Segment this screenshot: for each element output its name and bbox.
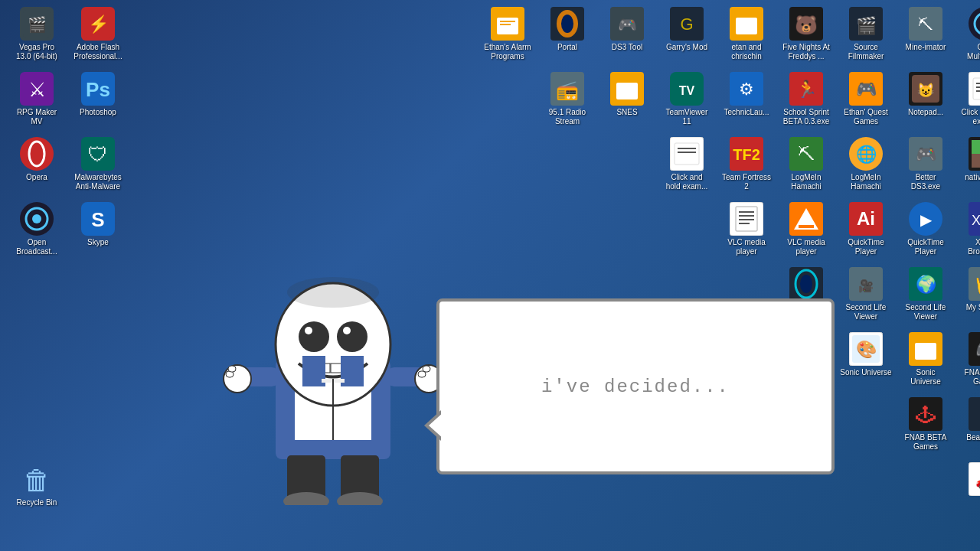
vlc-label: VLC mediaplayer [787, 238, 825, 256]
svg-rect-64 [678, 152, 696, 153]
icon-adobe-creative[interactable]: Ai QuickTime Player [837, 199, 895, 259]
icon-ethan-alarm[interactable]: Ethan's Alarm Programs [479, 4, 537, 64]
icon-second-life[interactable]: 🌍 Second LifeViewer [897, 264, 955, 324]
fnab-label: FNAB BETAGames [905, 433, 947, 452]
native-log-icon [730, 202, 763, 236]
icon-portal[interactable]: Portal [538, 4, 596, 55]
icon-obs[interactable]: Open Broadcast... [8, 199, 66, 259]
svg-rect-87 [799, 225, 814, 228]
running-icon: 🏃 [969, 397, 980, 431]
five-nights-label: Notepad... [908, 108, 943, 117]
svg-text:⚔: ⚔ [28, 78, 46, 101]
icon-snes[interactable]: SNES [598, 69, 656, 120]
svg-text:🎮: 🎮 [618, 15, 637, 34]
icon-skype[interactable]: S Skype [69, 199, 127, 250]
mine-imator-label: Mine-imator [906, 43, 946, 52]
icon-source-filmmaker[interactable]: 🎬 Source Filmmaker [837, 4, 895, 64]
game-icon: 🎮 [969, 332, 980, 366]
svg-text:S: S [91, 208, 104, 231]
minecraft-icon [969, 137, 980, 171]
icon-adobe-flash[interactable]: ⚡ Adobe Flash Professional... [69, 4, 127, 64]
icon-opera[interactable]: Opera [8, 134, 66, 185]
photoshop-icon: Ps [81, 72, 115, 106]
svg-rect-63 [678, 148, 696, 149]
better-ds3-icon: 🎮 [909, 137, 942, 171]
adobe-flash-icon: ⚡ [81, 7, 115, 41]
notepad-icon [969, 72, 980, 106]
icon-obs-multiplex[interactable]: OBS Multiplex... [956, 4, 980, 64]
school-sprint-label: School SprintBETA 0.3.exe [783, 108, 829, 126]
obs-label: Open Broadcast... [11, 238, 63, 256]
photoshop-label: Photoshop [80, 108, 116, 117]
svg-text:Ps: Ps [86, 78, 110, 101]
svg-text:🌐: 🌐 [856, 144, 877, 165]
icon-photoshop[interactable]: Ps Photoshop [69, 69, 127, 120]
recycle-bin-icon: 🗑 [20, 462, 54, 496]
icon-school-sprint[interactable]: 🏃 School SprintBETA 0.3.exe [777, 69, 835, 129]
svg-point-143 [287, 277, 379, 308]
technic-launcher-icon: ⚙ [730, 72, 763, 106]
icon-fnaf[interactable]: 🐻 Five Nights At Freddys ... [777, 4, 835, 64]
svg-text:G: G [680, 15, 693, 34]
icon-fnab[interactable]: 🕹 FNAB BETAGames [897, 394, 955, 455]
my-server-label: My Serve... [966, 303, 980, 312]
svg-point-119 [299, 321, 329, 352]
rpg-maker-label: RPG Maker MV [11, 108, 63, 126]
icon-recycle-bin[interactable]: 🗑 Recycle Bin [8, 459, 66, 510]
svg-point-120 [337, 321, 368, 352]
icon-minecraft[interactable]: nativelog.txt [956, 134, 980, 185]
vlc-icon [789, 202, 823, 236]
icon-quicktime[interactable]: ▶ QuickTimePlayer [897, 199, 955, 259]
opera-icon [20, 137, 54, 171]
icon-etan-chrischin[interactable]: etan and chrischin [717, 4, 776, 64]
running-label: BeamNG... [966, 433, 980, 442]
svg-text:🖐: 🖐 [972, 272, 981, 297]
icon-technic-launcher[interactable]: ⚙ TechnicLau... [717, 69, 776, 120]
sonic-universe-label: SonicUniverse [910, 368, 940, 386]
icon-teamviewer[interactable]: TV TeamViewer11 [658, 69, 716, 129]
icon-ds3-tool[interactable]: 🎮 DS3 Tool [598, 4, 656, 55]
svg-rect-44 [616, 83, 638, 99]
ds3-tool-icon: 🎮 [610, 7, 644, 41]
svg-text:XSP: XSP [972, 213, 980, 228]
icon-mine-imator[interactable]: ⛏ Mine-imator [897, 4, 955, 55]
svg-rect-125 [331, 364, 342, 373]
icon-logmein-hamachi[interactable]: 🌐 LogMeInHamachi [837, 134, 895, 194]
svg-text:⛏: ⛏ [918, 16, 933, 33]
mine-imator-icon: ⛏ [909, 7, 942, 41]
school-sprint-icon: 🏃 [789, 72, 823, 106]
svg-text:Ai: Ai [857, 208, 875, 229]
icon-radio-stream[interactable]: 📻 95.1 RadioStream [538, 69, 596, 129]
icon-rpg-maker[interactable]: ⚔ RPG Maker MV [8, 69, 66, 129]
xsplit-label: XSplitBroadca... [968, 238, 980, 256]
skype-icon: S [81, 202, 115, 236]
icon-notepad[interactable]: Click and hold exam... [956, 69, 980, 129]
icon-native-log[interactable]: VLC media player [717, 199, 776, 259]
icon-beamnng[interactable]: 🚗 [956, 459, 980, 501]
svg-text:📻: 📻 [556, 79, 579, 101]
vegas-pro-label: Vegas Pro 13.0 (64-bit) [11, 43, 63, 61]
svg-rect-58 [976, 83, 980, 84]
icon-running[interactable]: 🏃 BeamNG... [956, 394, 980, 445]
svg-text:🎮: 🎮 [916, 144, 937, 165]
icon-garrys-mod[interactable]: G Garry's Mod [658, 4, 716, 55]
svg-rect-57 [973, 78, 980, 99]
svg-text:TV: TV [679, 84, 695, 97]
icon-team-fortress-2[interactable]: TF2 Team Fortress2 [717, 134, 776, 194]
icon-malwarebytes[interactable]: 🛡 Malwarebytes Anti-Malware [69, 134, 127, 194]
icon-mcreator[interactable]: ⛏ LogMeIn Hamachi [777, 134, 835, 194]
svg-rect-107 [915, 343, 936, 360]
icon-vegas-pro[interactable]: 🎬 Vegas Pro 13.0 (64-bit) [8, 4, 66, 64]
icon-vlc[interactable]: VLC mediaplayer [777, 199, 835, 259]
teamviewer-label: TeamViewer11 [666, 108, 708, 126]
icon-xsplit[interactable]: XSP XSplitBroadca... [956, 199, 980, 259]
icon-ethan-quest[interactable]: 🎮 Ethan' QuestGames [837, 69, 895, 129]
icon-my-server[interactable]: 🖐 My Serve... [956, 264, 980, 315]
icon-click-hold[interactable]: Click andhold exam... [658, 134, 716, 194]
icon-sonic-universe[interactable]: SonicUniverse [897, 329, 955, 390]
icon-game[interactable]: 🎮 FNAB BETA Games [956, 329, 980, 390]
icon-better-ds3[interactable]: 🎮 BetterDS3.exe [897, 134, 955, 194]
adobe-creative-label: QuickTime Player [840, 238, 892, 256]
icon-five-nights[interactable]: 😺 Notepad... [897, 69, 955, 120]
svg-rect-77 [972, 154, 980, 168]
